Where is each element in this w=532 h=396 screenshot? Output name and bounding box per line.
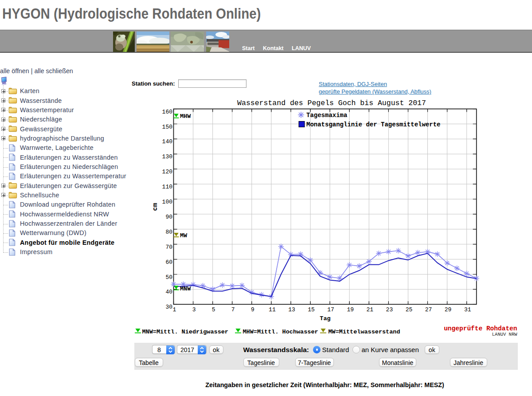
svg-text:9: 9	[251, 306, 254, 313]
svg-text:80: 80	[165, 229, 172, 235]
svg-text:25: 25	[406, 306, 413, 313]
svg-text:40: 40	[165, 289, 172, 295]
svg-text:130: 130	[162, 153, 172, 160]
svg-text:140: 140	[162, 138, 172, 145]
svg-text:30: 30	[165, 304, 172, 310]
svg-text:21: 21	[366, 306, 373, 313]
svg-text:160: 160	[162, 109, 172, 115]
svg-text:ungeprüfte Rohdaten: ungeprüfte Rohdaten	[444, 325, 517, 332]
svg-text:7: 7	[231, 306, 235, 313]
svg-text:17: 17	[327, 306, 334, 313]
svg-text:50: 50	[165, 274, 172, 281]
svg-text:19: 19	[347, 306, 354, 313]
svg-text:Tagesmaxima: Tagesmaxima	[306, 112, 348, 119]
svg-text:MNW: MNW	[180, 286, 191, 292]
svg-text:100: 100	[162, 199, 172, 205]
svg-text:LANUV NRW: LANUV NRW	[492, 332, 517, 337]
svg-text:15: 15	[308, 306, 315, 313]
svg-text:MHW=Mittl. Hochwasser: MHW=Mittl. Hochwasser	[243, 329, 318, 335]
svg-text:Monatsganglinie der Tagesmitte: Monatsganglinie der Tagesmittelwerte	[306, 121, 440, 128]
svg-text:90: 90	[165, 214, 172, 220]
svg-text:60: 60	[165, 259, 172, 266]
svg-text:3: 3	[192, 306, 196, 313]
svg-text:29: 29	[445, 306, 452, 313]
svg-text:Wasserstand des Pegels Goch bi: Wasserstand des Pegels Goch bis August 2…	[237, 99, 426, 107]
svg-text:70: 70	[165, 244, 172, 251]
svg-text:MNW=Mittl. Niedrigwasser: MNW=Mittl. Niedrigwasser	[142, 329, 228, 335]
svg-text:MW=Mittelwasserstand: MW=Mittelwasserstand	[329, 329, 400, 335]
svg-text:110: 110	[162, 184, 172, 190]
svg-text:11: 11	[269, 306, 276, 313]
svg-text:MW: MW	[180, 232, 188, 239]
svg-text:1: 1	[173, 306, 176, 313]
svg-text:150: 150	[162, 124, 172, 130]
svg-text:31: 31	[464, 306, 471, 313]
svg-text:23: 23	[386, 306, 393, 313]
svg-text:27: 27	[425, 306, 432, 313]
svg-text:cm: cm	[152, 203, 159, 211]
svg-text:13: 13	[288, 306, 295, 313]
svg-text:120: 120	[162, 169, 172, 175]
svg-text:5: 5	[212, 306, 215, 313]
svg-text:MHW: MHW	[180, 113, 191, 120]
svg-text:Tag: Tag	[320, 315, 330, 322]
